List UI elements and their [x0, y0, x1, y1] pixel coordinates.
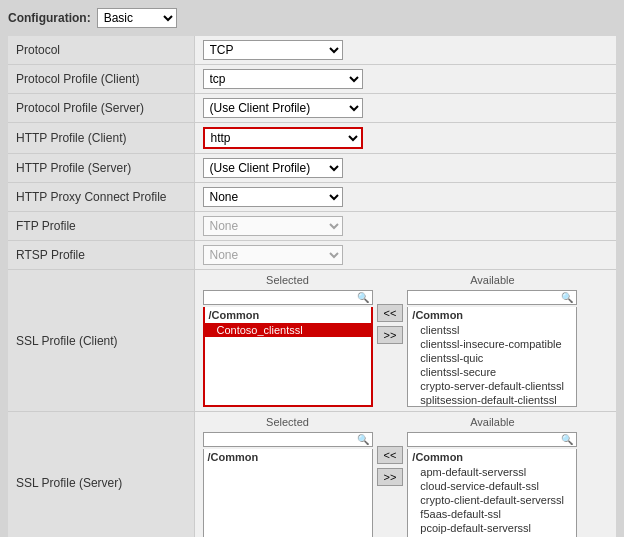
http-profile-server-label: HTTP Profile (Server): [8, 154, 194, 183]
http-proxy-label: HTTP Proxy Connect Profile: [8, 183, 194, 212]
ssl-server-lists: Selected 🔍 /Common << >>: [194, 412, 616, 538]
search-icon-server-available: 🔍: [561, 434, 573, 445]
protocol-profile-server-select[interactable]: (Use Client Profile): [203, 98, 363, 118]
ssl-client-available-item-2[interactable]: clientssl-insecure-compatible: [408, 337, 576, 351]
ftp-profile-label: FTP Profile: [8, 212, 194, 241]
config-select[interactable]: Basic Advanced: [97, 8, 177, 28]
ssl-client-available-item-6[interactable]: splitsession-default-clientssl: [408, 393, 576, 407]
ssl-client-selected-listbox[interactable]: /Common Contoso_clientssl: [203, 307, 373, 407]
http-proxy-row: HTTP Proxy Connect Profile None: [8, 183, 616, 212]
ssl-server-selected-search[interactable]: 🔍: [203, 432, 373, 447]
ssl-client-move-right-button[interactable]: >>: [377, 326, 404, 344]
http-proxy-value: None: [194, 183, 616, 212]
http-proxy-select[interactable]: None: [203, 187, 343, 207]
ssl-client-row: SSL Profile (Client) Selected 🔍 /Common …: [8, 270, 616, 412]
ssl-server-available-item-4[interactable]: f5aas-default-ssl: [408, 507, 576, 521]
ssl-client-lists: Selected 🔍 /Common Contoso_clientssl: [194, 270, 616, 412]
http-profile-client-label: HTTP Profile (Client): [8, 123, 194, 154]
ssl-client-selected-header: Selected: [203, 274, 373, 286]
protocol-value: TCP UDP SCTP: [194, 36, 616, 65]
ssl-client-available-section: Available 🔍 /Common clientssl clientssl-…: [407, 274, 577, 407]
ssl-client-available-item-4[interactable]: clientssl-secure: [408, 365, 576, 379]
protocol-profile-client-select[interactable]: tcp: [203, 69, 363, 89]
ssl-server-available-group: /Common: [408, 449, 576, 465]
protocol-label: Protocol: [8, 36, 194, 65]
ssl-client-available-listbox[interactable]: /Common clientssl clientssl-insecure-com…: [407, 307, 577, 407]
rtsp-profile-row: RTSP Profile None: [8, 241, 616, 270]
ssl-client-selected-item-contoso[interactable]: Contoso_clientssl: [205, 323, 371, 337]
ssl-client-move-left-button[interactable]: <<: [377, 304, 404, 322]
config-header: Configuration: Basic Advanced: [8, 8, 616, 28]
ssl-client-available-item-3[interactable]: clientssl-quic: [408, 351, 576, 365]
ssl-server-move-left-button[interactable]: <<: [377, 446, 404, 464]
http-profile-client-select[interactable]: http None: [203, 127, 363, 149]
protocol-profile-server-label: Protocol Profile (Server): [8, 94, 194, 123]
ssl-server-available-item-2[interactable]: cloud-service-default-ssl: [408, 479, 576, 493]
protocol-profile-server-value: (Use Client Profile): [194, 94, 616, 123]
ssl-client-available-search[interactable]: 🔍: [407, 290, 577, 305]
main-container: Configuration: Basic Advanced Protocol T…: [0, 0, 624, 537]
ssl-server-available-item-5[interactable]: pcoip-default-serverssl: [408, 521, 576, 535]
ftp-profile-row: FTP Profile None: [8, 212, 616, 241]
http-profile-server-value: (Use Client Profile): [194, 154, 616, 183]
ssl-server-move-right-button[interactable]: >>: [377, 468, 404, 486]
config-label: Configuration:: [8, 11, 91, 25]
search-icon-server-selected: 🔍: [357, 434, 369, 445]
http-profile-server-row: HTTP Profile (Server) (Use Client Profil…: [8, 154, 616, 183]
search-icon: 🔍: [357, 292, 369, 303]
protocol-row: Protocol TCP UDP SCTP: [8, 36, 616, 65]
rtsp-profile-label: RTSP Profile: [8, 241, 194, 270]
rtsp-profile-value: None: [194, 241, 616, 270]
ssl-server-dual-list: Selected 🔍 /Common << >>: [203, 416, 609, 537]
ssl-server-selected-listbox[interactable]: /Common: [203, 449, 373, 537]
ssl-server-label: SSL Profile (Server): [8, 412, 194, 538]
ftp-profile-select[interactable]: None: [203, 216, 343, 236]
ssl-client-available-item-1[interactable]: clientssl: [408, 323, 576, 337]
protocol-profile-client-row: Protocol Profile (Client) tcp: [8, 65, 616, 94]
ssl-server-available-item-1[interactable]: apm-default-serverssl: [408, 465, 576, 479]
ssl-client-label: SSL Profile (Client): [8, 270, 194, 412]
ssl-server-selected-group: /Common: [204, 449, 372, 465]
ssl-server-row: SSL Profile (Server) Selected 🔍 /Common: [8, 412, 616, 538]
ssl-server-available-item-3[interactable]: crypto-client-default-serverssl: [408, 493, 576, 507]
ssl-client-available-group: /Common: [408, 307, 576, 323]
protocol-profile-server-row: Protocol Profile (Server) (Use Client Pr…: [8, 94, 616, 123]
ssl-client-selected-section: Selected 🔍 /Common Contoso_clientssl: [203, 274, 373, 407]
ssl-client-selected-group: /Common: [205, 307, 371, 323]
ftp-profile-value: None: [194, 212, 616, 241]
ssl-client-arrows: << >>: [377, 274, 404, 344]
ssl-server-selected-section: Selected 🔍 /Common: [203, 416, 373, 537]
ssl-server-available-listbox[interactable]: /Common apm-default-serverssl cloud-serv…: [407, 449, 577, 537]
protocol-profile-client-label: Protocol Profile (Client): [8, 65, 194, 94]
ssl-client-dual-list: Selected 🔍 /Common Contoso_clientssl: [203, 274, 609, 407]
rtsp-profile-select[interactable]: None: [203, 245, 343, 265]
ssl-client-available-header: Available: [407, 274, 577, 286]
http-profile-client-value: http None: [194, 123, 616, 154]
ssl-server-available-section: Available 🔍 /Common apm-default-serverss…: [407, 416, 577, 537]
protocol-select[interactable]: TCP UDP SCTP: [203, 40, 343, 60]
ssl-server-selected-header: Selected: [203, 416, 373, 428]
http-profile-client-row: HTTP Profile (Client) http None: [8, 123, 616, 154]
search-icon-available: 🔍: [561, 292, 573, 303]
ssl-client-available-item-5[interactable]: crypto-server-default-clientssl: [408, 379, 576, 393]
http-profile-server-select[interactable]: (Use Client Profile): [203, 158, 343, 178]
protocol-profile-client-value: tcp: [194, 65, 616, 94]
ssl-server-available-header: Available: [407, 416, 577, 428]
ssl-server-arrows: << >>: [377, 416, 404, 486]
ssl-client-selected-search[interactable]: 🔍: [203, 290, 373, 305]
form-table: Protocol TCP UDP SCTP Protocol Profile (…: [8, 36, 616, 537]
ssl-server-available-search[interactable]: 🔍: [407, 432, 577, 447]
